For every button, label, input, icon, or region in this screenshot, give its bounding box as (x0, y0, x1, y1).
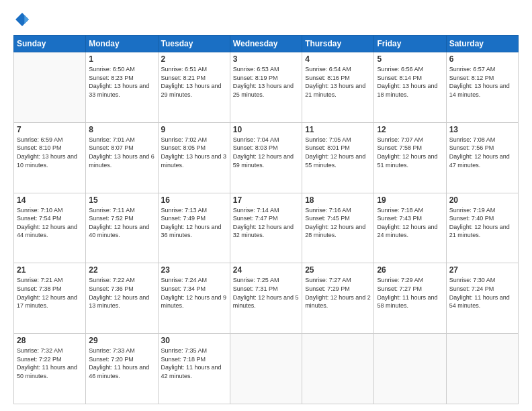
calendar-cell: 2Sunrise: 6:51 AMSunset: 8:21 PMDaylight… (158, 52, 230, 123)
calendar-cell (14, 52, 86, 123)
day-info: Sunrise: 7:13 AMSunset: 7:49 PMDaylight:… (161, 206, 227, 240)
day-number: 6 (449, 54, 515, 64)
day-info: Sunrise: 7:24 AMSunset: 7:34 PMDaylight:… (161, 276, 227, 310)
day-info: Sunrise: 6:54 AMSunset: 8:16 PMDaylight:… (305, 65, 371, 99)
header (13, 12, 519, 30)
day-number: 20 (449, 195, 515, 205)
calendar-cell: 30Sunrise: 7:35 AMSunset: 7:18 PMDayligh… (158, 334, 230, 404)
day-info: Sunrise: 7:05 AMSunset: 8:01 PMDaylight:… (305, 136, 371, 169)
day-number: 16 (161, 195, 227, 205)
logo (13, 12, 32, 30)
calendar-cell (230, 334, 302, 404)
calendar-week-row: 14Sunrise: 7:10 AMSunset: 7:54 PMDayligh… (14, 193, 519, 263)
day-info: Sunrise: 6:50 AMSunset: 8:23 PMDaylight:… (89, 65, 154, 99)
calendar-cell: 18Sunrise: 7:16 AMSunset: 7:45 PMDayligh… (302, 193, 374, 263)
calendar-week-row: 1Sunrise: 6:50 AMSunset: 8:23 PMDaylight… (14, 52, 519, 123)
day-number: 15 (89, 195, 154, 205)
calendar-cell: 5Sunrise: 6:56 AMSunset: 8:14 PMDaylight… (374, 52, 446, 123)
weekday-header: Saturday (446, 36, 518, 52)
calendar-week-row: 21Sunrise: 7:21 AMSunset: 7:38 PMDayligh… (14, 263, 519, 334)
day-info: Sunrise: 7:18 AMSunset: 7:43 PMDaylight:… (377, 206, 443, 240)
day-info: Sunrise: 7:21 AMSunset: 7:38 PMDaylight:… (17, 276, 83, 310)
calendar-cell: 4Sunrise: 6:54 AMSunset: 8:16 PMDaylight… (302, 52, 374, 123)
day-number: 28 (17, 336, 83, 345)
day-info: Sunrise: 7:29 AMSunset: 7:27 PMDaylight:… (377, 276, 443, 310)
calendar-header-row: SundayMondayTuesdayWednesdayThursdayFrid… (14, 36, 519, 52)
calendar-cell: 27Sunrise: 7:30 AMSunset: 7:24 PMDayligh… (446, 263, 518, 334)
svg-marker-1 (24, 15, 29, 24)
calendar-cell: 15Sunrise: 7:11 AMSunset: 7:52 PMDayligh… (86, 193, 158, 263)
day-number: 3 (233, 54, 299, 64)
calendar-cell: 29Sunrise: 7:33 AMSunset: 7:20 PMDayligh… (86, 334, 158, 404)
day-info: Sunrise: 6:51 AMSunset: 8:21 PMDaylight:… (161, 65, 227, 99)
day-number: 11 (305, 125, 371, 134)
calendar-cell: 26Sunrise: 7:29 AMSunset: 7:27 PMDayligh… (374, 263, 446, 334)
calendar-cell: 1Sunrise: 6:50 AMSunset: 8:23 PMDaylight… (86, 52, 158, 123)
day-number: 26 (377, 265, 443, 275)
day-info: Sunrise: 7:01 AMSunset: 8:07 PMDaylight:… (89, 136, 154, 169)
day-number: 29 (89, 336, 154, 345)
day-info: Sunrise: 7:32 AMSunset: 7:22 PMDaylight:… (17, 347, 83, 380)
day-number: 5 (377, 54, 443, 64)
day-info: Sunrise: 6:59 AMSunset: 8:10 PMDaylight:… (17, 136, 83, 169)
calendar-cell: 16Sunrise: 7:13 AMSunset: 7:49 PMDayligh… (158, 193, 230, 263)
weekday-header: Wednesday (230, 36, 302, 52)
calendar-cell: 13Sunrise: 7:08 AMSunset: 7:56 PMDayligh… (446, 122, 518, 193)
day-number: 1 (89, 54, 154, 64)
calendar-cell: 25Sunrise: 7:27 AMSunset: 7:29 PMDayligh… (302, 263, 374, 334)
calendar-cell: 17Sunrise: 7:14 AMSunset: 7:47 PMDayligh… (230, 193, 302, 263)
weekday-header: Sunday (14, 36, 86, 52)
calendar-week-row: 28Sunrise: 7:32 AMSunset: 7:22 PMDayligh… (14, 334, 519, 404)
calendar-cell: 12Sunrise: 7:07 AMSunset: 7:58 PMDayligh… (374, 122, 446, 193)
day-info: Sunrise: 7:16 AMSunset: 7:45 PMDaylight:… (305, 206, 371, 240)
day-info: Sunrise: 7:02 AMSunset: 8:05 PMDaylight:… (161, 136, 227, 169)
day-number: 12 (377, 125, 443, 134)
day-info: Sunrise: 7:04 AMSunset: 8:03 PMDaylight:… (233, 136, 299, 169)
day-number: 10 (233, 125, 299, 134)
calendar-cell: 6Sunrise: 6:57 AMSunset: 8:12 PMDaylight… (446, 52, 518, 123)
weekday-header: Tuesday (158, 36, 230, 52)
day-number: 22 (89, 265, 154, 275)
day-info: Sunrise: 6:53 AMSunset: 8:19 PMDaylight:… (233, 65, 299, 99)
day-number: 7 (17, 125, 83, 134)
day-number: 25 (305, 265, 371, 275)
day-info: Sunrise: 7:14 AMSunset: 7:47 PMDaylight:… (233, 206, 299, 240)
day-info: Sunrise: 7:10 AMSunset: 7:54 PMDaylight:… (17, 206, 83, 240)
calendar-cell: 20Sunrise: 7:19 AMSunset: 7:40 PMDayligh… (446, 193, 518, 263)
calendar-cell: 22Sunrise: 7:22 AMSunset: 7:36 PMDayligh… (86, 263, 158, 334)
day-number: 18 (305, 195, 371, 205)
day-info: Sunrise: 7:22 AMSunset: 7:36 PMDaylight:… (89, 276, 154, 310)
day-info: Sunrise: 7:11 AMSunset: 7:52 PMDaylight:… (89, 206, 154, 240)
day-info: Sunrise: 7:30 AMSunset: 7:24 PMDaylight:… (449, 276, 515, 310)
calendar-cell: 24Sunrise: 7:25 AMSunset: 7:31 PMDayligh… (230, 263, 302, 334)
day-number: 8 (89, 125, 154, 134)
day-number: 30 (161, 336, 227, 345)
calendar-cell: 14Sunrise: 7:10 AMSunset: 7:54 PMDayligh… (14, 193, 86, 263)
calendar-cell (374, 334, 446, 404)
calendar-cell: 9Sunrise: 7:02 AMSunset: 8:05 PMDaylight… (158, 122, 230, 193)
calendar-cell: 21Sunrise: 7:21 AMSunset: 7:38 PMDayligh… (14, 263, 86, 334)
day-number: 2 (161, 54, 227, 64)
day-number: 9 (161, 125, 227, 134)
weekday-header: Thursday (302, 36, 374, 52)
weekday-header: Monday (86, 36, 158, 52)
calendar-cell: 19Sunrise: 7:18 AMSunset: 7:43 PMDayligh… (374, 193, 446, 263)
calendar-week-row: 7Sunrise: 6:59 AMSunset: 8:10 PMDaylight… (14, 122, 519, 193)
day-info: Sunrise: 6:57 AMSunset: 8:12 PMDaylight:… (449, 65, 515, 99)
day-number: 19 (377, 195, 443, 205)
calendar-cell (302, 334, 374, 404)
weekday-header: Friday (374, 36, 446, 52)
calendar-cell: 3Sunrise: 6:53 AMSunset: 8:19 PMDaylight… (230, 52, 302, 123)
calendar-table: SundayMondayTuesdayWednesdayThursdayFrid… (13, 35, 519, 404)
day-info: Sunrise: 7:33 AMSunset: 7:20 PMDaylight:… (89, 347, 154, 380)
day-number: 23 (161, 265, 227, 275)
day-info: Sunrise: 7:25 AMSunset: 7:31 PMDaylight:… (233, 276, 299, 310)
day-number: 13 (449, 125, 515, 134)
calendar-cell: 10Sunrise: 7:04 AMSunset: 8:03 PMDayligh… (230, 122, 302, 193)
day-number: 14 (17, 195, 83, 205)
day-number: 21 (17, 265, 83, 275)
day-info: Sunrise: 7:07 AMSunset: 7:58 PMDaylight:… (377, 136, 443, 169)
page: SundayMondayTuesdayWednesdayThursdayFrid… (0, 0, 532, 411)
day-info: Sunrise: 7:35 AMSunset: 7:18 PMDaylight:… (161, 347, 227, 380)
calendar-cell: 7Sunrise: 6:59 AMSunset: 8:10 PMDaylight… (14, 122, 86, 193)
